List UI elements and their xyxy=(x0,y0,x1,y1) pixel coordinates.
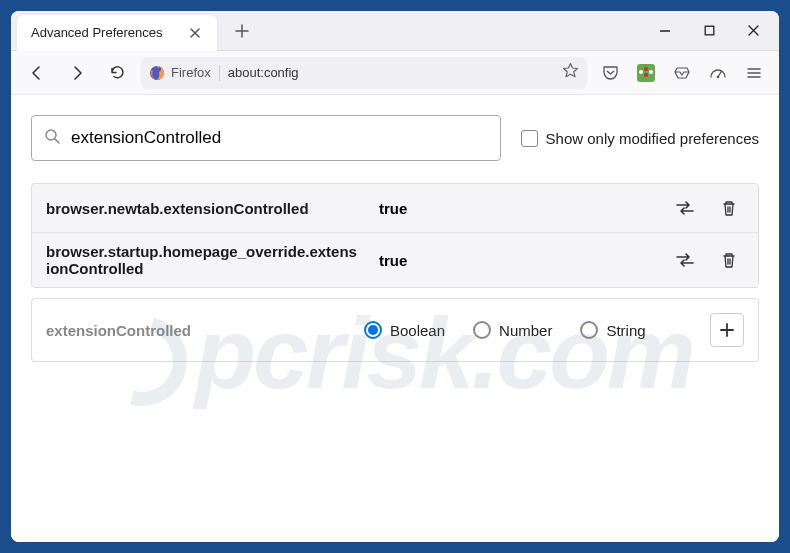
svg-point-2 xyxy=(717,75,720,78)
new-preference-row: extensionControlled Boolean Number Strin… xyxy=(31,298,759,362)
back-button[interactable] xyxy=(21,57,53,89)
minimize-button[interactable] xyxy=(645,13,685,49)
navigation-toolbar: Firefox about:config xyxy=(11,51,779,95)
dashboard-icon[interactable] xyxy=(703,58,733,88)
preferences-list: browser.newtab.extensionControlled true … xyxy=(31,183,759,288)
preference-search-box[interactable] xyxy=(31,115,501,161)
svg-rect-0 xyxy=(705,26,714,35)
close-window-button[interactable] xyxy=(733,13,773,49)
filter-modified-checkbox[interactable]: Show only modified preferences xyxy=(521,130,759,147)
new-tab-button[interactable] xyxy=(227,16,257,46)
add-preference-button[interactable] xyxy=(710,313,744,347)
identity-label: Firefox xyxy=(171,65,211,80)
search-input[interactable] xyxy=(71,128,488,148)
url-text: about:config xyxy=(228,65,554,80)
radio-string[interactable]: String xyxy=(580,321,645,339)
radio-number[interactable]: Number xyxy=(473,321,552,339)
pocket-icon[interactable] xyxy=(595,58,625,88)
close-tab-icon[interactable] xyxy=(187,25,203,41)
preference-name: browser.newtab.extensionControlled xyxy=(46,200,361,217)
preference-value: true xyxy=(379,200,652,217)
preference-name: browser.startup.homepage_override.extens… xyxy=(46,243,361,277)
maximize-button[interactable] xyxy=(689,13,729,49)
browser-tab[interactable]: Advanced Preferences xyxy=(17,15,217,51)
address-bar[interactable]: Firefox about:config xyxy=(141,57,587,89)
delete-button[interactable] xyxy=(714,246,744,274)
search-icon xyxy=(44,128,61,149)
radio-label: String xyxy=(606,322,645,339)
reload-button[interactable] xyxy=(101,57,133,89)
tab-title: Advanced Preferences xyxy=(31,25,177,40)
delete-button[interactable] xyxy=(714,194,744,222)
firefox-icon xyxy=(149,65,165,81)
extension-icon[interactable] xyxy=(631,58,661,88)
preference-row[interactable]: browser.newtab.extensionControlled true xyxy=(32,184,758,233)
bookmark-star-icon[interactable] xyxy=(562,62,579,83)
firefox-identity: Firefox xyxy=(149,65,220,81)
new-preference-name: extensionControlled xyxy=(46,322,346,339)
toggle-button[interactable] xyxy=(670,246,700,274)
radio-label: Number xyxy=(499,322,552,339)
radio-label: Boolean xyxy=(390,322,445,339)
preference-value: true xyxy=(379,252,652,269)
titlebar: Advanced Preferences xyxy=(11,11,779,51)
radio-icon xyxy=(364,321,382,339)
preference-row[interactable]: browser.startup.homepage_override.extens… xyxy=(32,233,758,287)
radio-boolean[interactable]: Boolean xyxy=(364,321,445,339)
menu-button[interactable] xyxy=(739,58,769,88)
inbox-icon[interactable] xyxy=(667,58,697,88)
radio-icon xyxy=(473,321,491,339)
filter-label: Show only modified preferences xyxy=(546,130,759,147)
forward-button[interactable] xyxy=(61,57,93,89)
toggle-button[interactable] xyxy=(670,194,700,222)
page-content: Show only modified preferences browser.n… xyxy=(11,95,779,542)
checkbox-icon xyxy=(521,130,538,147)
type-radio-group: Boolean Number String xyxy=(364,321,692,339)
radio-icon xyxy=(580,321,598,339)
